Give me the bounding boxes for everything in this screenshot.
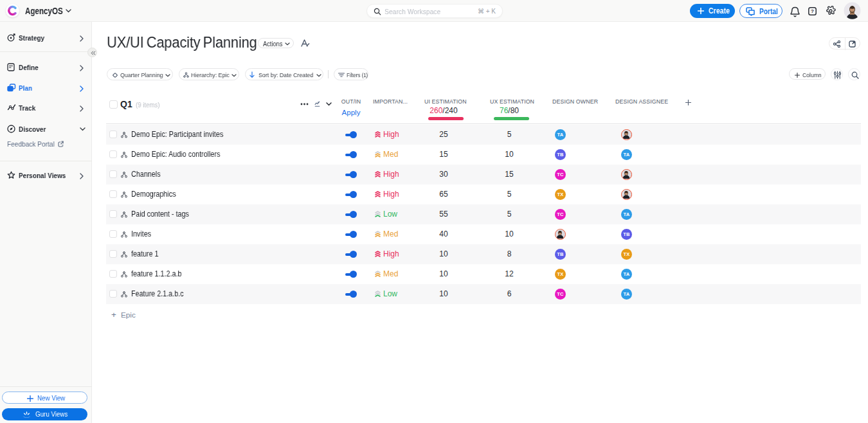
svg-text:?: ? [811, 8, 814, 14]
